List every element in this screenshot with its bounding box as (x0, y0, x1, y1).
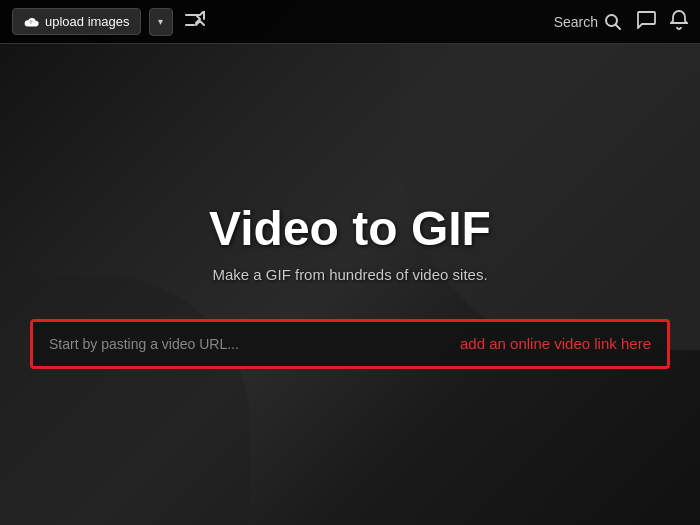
navbar-left: upload images ▾ (12, 8, 207, 36)
cloud-icon (23, 16, 39, 28)
chat-icon (636, 11, 656, 29)
search-icon (604, 13, 622, 31)
url-hint: add an online video link here (460, 335, 667, 352)
main-content: Video to GIF Make a GIF from hundreds of… (0, 44, 700, 525)
chevron-down-icon: ▾ (158, 16, 163, 27)
url-input[interactable] (33, 322, 460, 366)
upload-dropdown-button[interactable]: ▾ (149, 8, 173, 36)
upload-button[interactable]: upload images (12, 8, 141, 35)
chat-button[interactable] (636, 11, 656, 33)
navbar-right: Search (554, 10, 688, 34)
search-area[interactable]: Search (554, 13, 622, 31)
bell-icon (670, 10, 688, 30)
url-input-wrapper: add an online video link here (30, 319, 670, 369)
navbar: upload images ▾ Search (0, 0, 700, 44)
search-label: Search (554, 14, 598, 30)
upload-button-label: upload images (45, 14, 130, 29)
shuffle-icon (185, 11, 207, 29)
page-subtitle: Make a GIF from hundreds of video sites. (212, 266, 487, 283)
notifications-button[interactable] (670, 10, 688, 34)
page-title: Video to GIF (209, 201, 491, 256)
shuffle-button[interactable] (185, 11, 207, 33)
url-input-container: add an online video link here (30, 319, 670, 369)
svg-line-1 (616, 24, 621, 29)
